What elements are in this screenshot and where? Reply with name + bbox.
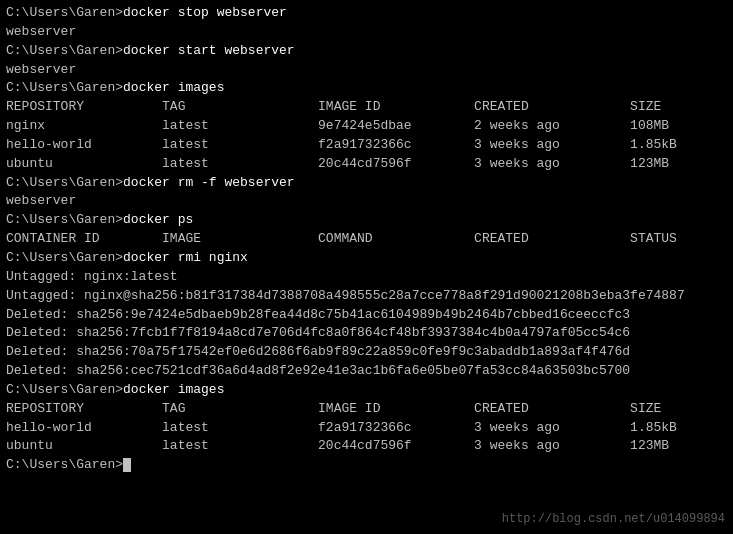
terminal-cursor: [123, 458, 131, 472]
terminal-line: ubuntu latest 20c44cd7596f 3 weeks ago 1…: [6, 155, 727, 174]
terminal-line: hello-world latest f2a91732366c 3 weeks …: [6, 136, 727, 155]
terminal-line: webserver: [6, 61, 727, 80]
terminal-line: C:\Users\Garen>docker ps: [6, 211, 727, 230]
terminal-line: Deleted: sha256:9e7424e5dbaeb9b28fea44d8…: [6, 306, 727, 325]
terminal-line: Untagged: nginx:latest: [6, 268, 727, 287]
terminal-line: C:\Users\Garen>docker rm -f webserver: [6, 174, 727, 193]
terminal-line: nginx latest 9e7424e5dbae 2 weeks ago 10…: [6, 117, 727, 136]
terminal-line: ubuntu latest 20c44cd7596f 3 weeks ago 1…: [6, 437, 727, 456]
terminal-line: Untagged: nginx@sha256:b81f317384d738870…: [6, 287, 727, 306]
prompt-path: C:\Users\Garen>: [6, 80, 123, 95]
terminal-line: Deleted: sha256:7fcb1f7f8194a8cd7e706d4f…: [6, 324, 727, 343]
command-text: docker rm -f webserver: [123, 175, 295, 190]
terminal-line: Deleted: sha256:70a75f17542ef0e6d2686f6a…: [6, 343, 727, 362]
command-text: docker images: [123, 80, 224, 95]
terminal-line: Deleted: sha256:cec7521cdf36a6d4ad8f2e92…: [6, 362, 727, 381]
terminal-line: C:\Users\Garen>: [6, 456, 727, 475]
terminal-line: webserver: [6, 23, 727, 42]
terminal-line: CONTAINER ID IMAGE COMMAND CREATED STATU…: [6, 230, 727, 249]
command-text: docker images: [123, 382, 224, 397]
terminal-output: C:\Users\Garen>docker stop webserverwebs…: [6, 4, 727, 475]
prompt-path: C:\Users\Garen>: [6, 175, 123, 190]
prompt-path: C:\Users\Garen>: [6, 250, 123, 265]
terminal-line: REPOSITORY TAG IMAGE ID CREATED SIZE: [6, 400, 727, 419]
command-text: docker ps: [123, 212, 193, 227]
prompt-path: C:\Users\Garen>: [6, 212, 123, 227]
terminal-line: C:\Users\Garen>docker images: [6, 79, 727, 98]
prompt-path: C:\Users\Garen>: [6, 43, 123, 58]
terminal-line: webserver: [6, 192, 727, 211]
terminal-line: C:\Users\Garen>docker stop webserver: [6, 4, 727, 23]
terminal-line: C:\Users\Garen>docker rmi nginx: [6, 249, 727, 268]
watermark: http://blog.csdn.net/u014099894: [502, 512, 725, 526]
command-text: docker start webserver: [123, 43, 295, 58]
command-text: docker rmi nginx: [123, 250, 248, 265]
terminal-line: C:\Users\Garen>docker start webserver: [6, 42, 727, 61]
terminal-line: C:\Users\Garen>docker images: [6, 381, 727, 400]
terminal-line: REPOSITORY TAG IMAGE ID CREATED SIZE: [6, 98, 727, 117]
command-text: docker stop webserver: [123, 5, 287, 20]
terminal-window: C:\Users\Garen>docker stop webserverwebs…: [0, 0, 733, 534]
prompt-path: C:\Users\Garen>: [6, 5, 123, 20]
prompt-path: C:\Users\Garen>: [6, 457, 123, 472]
terminal-line: hello-world latest f2a91732366c 3 weeks …: [6, 419, 727, 438]
prompt-path: C:\Users\Garen>: [6, 382, 123, 397]
